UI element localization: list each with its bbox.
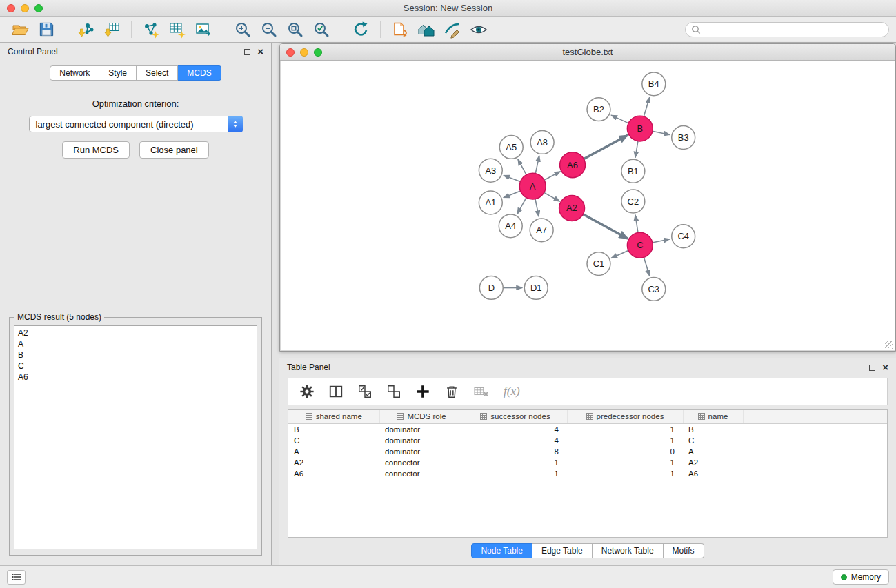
save-session-button[interactable] (35, 19, 57, 41)
delete-column-button[interactable] (444, 384, 459, 399)
mcds-result-list[interactable]: A2ABCA6 (14, 325, 257, 549)
column-header-mcds-role[interactable]: MCDS role (379, 410, 464, 423)
graph-edge-B-B2[interactable] (611, 115, 629, 123)
graph-node-B4[interactable]: B4 (642, 72, 666, 96)
home-button[interactable] (415, 19, 437, 41)
graph-node-A5[interactable]: A5 (499, 135, 523, 159)
graph-edge-B-B1[interactable] (635, 140, 638, 157)
graph-node-B2[interactable]: B2 (587, 98, 610, 121)
select-all-button[interactable] (357, 384, 372, 399)
graph-edge-A-A3[interactable] (504, 175, 520, 181)
graph-edge-B-B3[interactable] (651, 131, 670, 135)
close-panel-button[interactable]: Close panel (139, 141, 209, 159)
column-header-name[interactable]: name (683, 410, 743, 423)
network-zoom-button[interactable] (314, 48, 322, 57)
function-builder-button[interactable]: f(x) (504, 385, 520, 398)
table-row[interactable]: Adominator80A (288, 446, 887, 457)
mcds-result-item[interactable]: C (18, 361, 253, 372)
table-row[interactable]: A6connector11A6 (288, 468, 887, 479)
tab-style[interactable]: Style (99, 65, 137, 81)
close-table-panel-button[interactable]: × (882, 363, 888, 372)
import-table-button[interactable] (101, 19, 123, 41)
graph-node-D1[interactable]: D1 (524, 276, 548, 300)
graph-node-C[interactable]: C (627, 232, 653, 258)
table-row[interactable]: Bdominator41B (288, 423, 887, 435)
graph-node-A1[interactable]: A1 (479, 191, 502, 214)
graph-edge-A-A6[interactable] (544, 172, 561, 181)
graph-node-C3[interactable]: C3 (642, 278, 666, 301)
minimize-window-button[interactable] (21, 4, 29, 12)
graph-node-A7[interactable]: A7 (530, 219, 553, 242)
annotations-button[interactable] (441, 19, 464, 41)
graph-edge-A-A7[interactable] (535, 199, 539, 217)
network-graph[interactable]: B4B2BB3A5A8A6B1A3AC2A1A2A4A7C4CC1C3DD1 (281, 61, 895, 350)
apply-layout-button[interactable] (350, 19, 372, 41)
graph-edge-A-A1[interactable] (504, 191, 521, 198)
mcds-result-item[interactable]: A2 (18, 327, 253, 338)
column-header-successor-nodes[interactable]: successor nodes (464, 410, 567, 423)
graph-node-A8[interactable]: A8 (530, 131, 554, 154)
memory-button[interactable]: Memory (833, 569, 889, 585)
table-settings-button[interactable] (299, 384, 315, 399)
table-row[interactable]: A2connector11A2 (288, 457, 887, 468)
graph-edge-B-B4[interactable] (644, 97, 650, 118)
network-close-button[interactable] (286, 48, 295, 57)
new-network-button[interactable] (140, 19, 162, 41)
delete-table-button[interactable] (473, 384, 490, 399)
fullscreen-window-button[interactable] (34, 4, 43, 12)
graph-edge-A-A8[interactable] (535, 156, 539, 174)
table-row[interactable]: Cdominator41C (288, 435, 887, 446)
titlebar[interactable]: Session: New Session (0, 0, 896, 17)
deselect-all-button[interactable] (386, 384, 401, 399)
graph-edge-C-C1[interactable] (611, 250, 629, 258)
search-box[interactable] (685, 22, 889, 37)
graph-node-C4[interactable]: C4 (672, 225, 695, 248)
graph-node-A[interactable]: A (519, 173, 546, 199)
graph-node-B1[interactable]: B1 (621, 159, 645, 183)
tab-network-table[interactable]: Network Table (593, 543, 664, 558)
zoom-fit-button[interactable] (284, 19, 306, 41)
resize-grip-icon[interactable] (885, 341, 894, 349)
graph-node-A4[interactable]: A4 (499, 214, 522, 238)
mcds-result-item[interactable]: B (18, 349, 253, 361)
graph-node-A6[interactable]: A6 (560, 152, 586, 178)
graph-edge-A6-B[interactable] (583, 135, 628, 159)
column-header-shared-name[interactable]: shared name (288, 410, 379, 423)
float-table-panel-button[interactable] (867, 363, 877, 372)
run-mcds-button[interactable]: Run MCDS (62, 141, 130, 159)
graph-node-B[interactable]: B (627, 116, 653, 141)
network-minimize-button[interactable] (300, 48, 308, 57)
graph-edge-A2-C[interactable] (582, 214, 628, 239)
tab-edge-table[interactable]: Edge Table (532, 543, 593, 558)
tab-network[interactable]: Network (50, 65, 99, 81)
criterion-dropdown[interactable]: largest connected component (directed) (29, 116, 243, 132)
graph-edge-C-C3[interactable] (644, 256, 650, 276)
graph-node-A2[interactable]: A2 (559, 196, 585, 221)
show-columns-button[interactable] (328, 384, 344, 399)
add-column-button[interactable] (415, 384, 430, 399)
tab-mcds[interactable]: MCDS (178, 65, 221, 81)
graph-node-A3[interactable]: A3 (479, 159, 502, 182)
mcds-result-item[interactable]: A6 (18, 372, 253, 383)
graph-node-D[interactable]: D (479, 276, 503, 300)
tab-motifs[interactable]: Motifs (664, 543, 704, 558)
network-window-titlebar[interactable]: testGlobe.txt (280, 44, 895, 61)
graph-edge-C-C2[interactable] (635, 215, 638, 234)
zoom-selected-button[interactable] (310, 19, 332, 41)
network-canvas[interactable]: B4B2BB3A5A8A6B1A3AC2A1A2A4A7C4CC1C3DD1 (280, 61, 895, 351)
graph-node-B3[interactable]: B3 (672, 126, 695, 150)
panel-splitter[interactable] (279, 352, 896, 358)
import-network-button[interactable] (74, 19, 97, 41)
search-input[interactable] (704, 25, 883, 34)
tab-node-table[interactable]: Node Table (471, 543, 532, 558)
graph-edge-A-A2[interactable] (544, 192, 560, 201)
zoom-out-button[interactable] (258, 19, 280, 41)
column-header-predecessor-nodes[interactable]: predecessor nodes (567, 410, 683, 423)
show-panels-button[interactable] (7, 570, 26, 585)
graph-edge-A-A4[interactable] (517, 198, 526, 214)
new-table-button[interactable] (166, 19, 188, 41)
graph-edge-A-A5[interactable] (518, 159, 526, 175)
export-image-button[interactable] (192, 19, 215, 41)
graph-node-C1[interactable]: C1 (587, 252, 610, 276)
close-window-button[interactable] (7, 4, 15, 12)
